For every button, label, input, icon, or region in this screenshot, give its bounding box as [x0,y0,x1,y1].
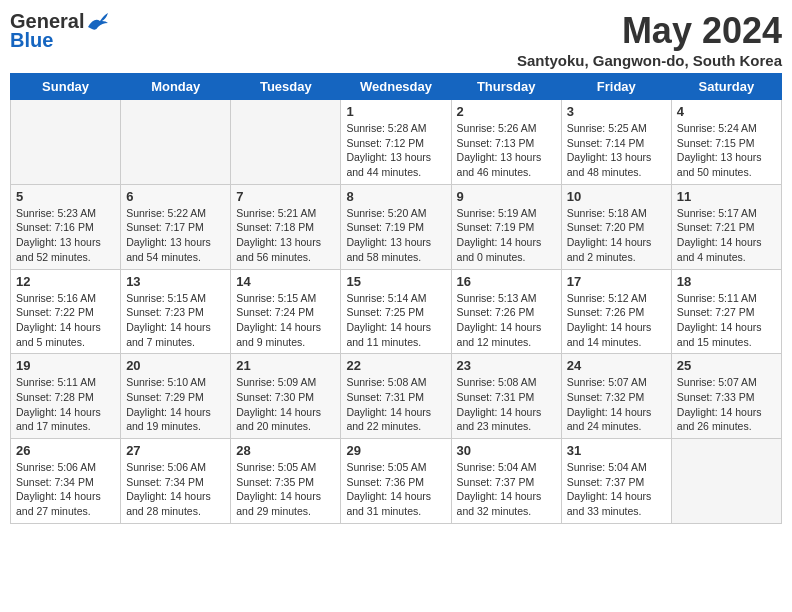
day-number: 5 [16,189,115,204]
sunset-text: Sunset: 7:27 PM [677,306,755,318]
day-number: 29 [346,443,445,458]
day-info: Sunrise: 5:11 AM Sunset: 7:27 PM Dayligh… [677,291,776,350]
daylight-text: Daylight: 13 hours and 50 minutes. [677,151,762,178]
calendar-cell: 2 Sunrise: 5:26 AM Sunset: 7:13 PM Dayli… [451,100,561,185]
sunset-text: Sunset: 7:20 PM [567,221,645,233]
day-info: Sunrise: 5:20 AM Sunset: 7:19 PM Dayligh… [346,206,445,265]
daylight-text: Daylight: 13 hours and 58 minutes. [346,236,431,263]
sunset-text: Sunset: 7:37 PM [457,476,535,488]
sunrise-text: Sunrise: 5:06 AM [16,461,96,473]
daylight-text: Daylight: 14 hours and 22 minutes. [346,406,431,433]
sunrise-text: Sunrise: 5:09 AM [236,376,316,388]
calendar-cell: 3 Sunrise: 5:25 AM Sunset: 7:14 PM Dayli… [561,100,671,185]
day-info: Sunrise: 5:21 AM Sunset: 7:18 PM Dayligh… [236,206,335,265]
day-info: Sunrise: 5:06 AM Sunset: 7:34 PM Dayligh… [126,460,225,519]
sunrise-text: Sunrise: 5:25 AM [567,122,647,134]
calendar-cell: 12 Sunrise: 5:16 AM Sunset: 7:22 PM Dayl… [11,269,121,354]
calendar-header-row: SundayMondayTuesdayWednesdayThursdayFrid… [11,74,782,100]
col-header-monday: Monday [121,74,231,100]
calendar-cell: 17 Sunrise: 5:12 AM Sunset: 7:26 PM Dayl… [561,269,671,354]
daylight-text: Daylight: 14 hours and 29 minutes. [236,490,321,517]
day-number: 11 [677,189,776,204]
col-header-thursday: Thursday [451,74,561,100]
calendar-cell: 15 Sunrise: 5:14 AM Sunset: 7:25 PM Dayl… [341,269,451,354]
col-header-wednesday: Wednesday [341,74,451,100]
sunrise-text: Sunrise: 5:05 AM [236,461,316,473]
sunset-text: Sunset: 7:26 PM [457,306,535,318]
sunset-text: Sunset: 7:26 PM [567,306,645,318]
day-info: Sunrise: 5:05 AM Sunset: 7:36 PM Dayligh… [346,460,445,519]
sunset-text: Sunset: 7:36 PM [346,476,424,488]
day-number: 24 [567,358,666,373]
col-header-sunday: Sunday [11,74,121,100]
calendar-cell: 20 Sunrise: 5:10 AM Sunset: 7:29 PM Dayl… [121,354,231,439]
day-number: 19 [16,358,115,373]
sunrise-text: Sunrise: 5:22 AM [126,207,206,219]
sunset-text: Sunset: 7:28 PM [16,391,94,403]
calendar-cell: 19 Sunrise: 5:11 AM Sunset: 7:28 PM Dayl… [11,354,121,439]
sunrise-text: Sunrise: 5:08 AM [346,376,426,388]
sunset-text: Sunset: 7:16 PM [16,221,94,233]
calendar-week-row: 19 Sunrise: 5:11 AM Sunset: 7:28 PM Dayl… [11,354,782,439]
calendar-cell: 23 Sunrise: 5:08 AM Sunset: 7:31 PM Dayl… [451,354,561,439]
day-info: Sunrise: 5:17 AM Sunset: 7:21 PM Dayligh… [677,206,776,265]
sunrise-text: Sunrise: 5:08 AM [457,376,537,388]
day-info: Sunrise: 5:15 AM Sunset: 7:24 PM Dayligh… [236,291,335,350]
calendar-week-row: 26 Sunrise: 5:06 AM Sunset: 7:34 PM Dayl… [11,439,782,524]
sunrise-text: Sunrise: 5:05 AM [346,461,426,473]
calendar-table: SundayMondayTuesdayWednesdayThursdayFrid… [10,73,782,524]
calendar-cell [121,100,231,185]
day-info: Sunrise: 5:19 AM Sunset: 7:19 PM Dayligh… [457,206,556,265]
day-number: 7 [236,189,335,204]
calendar-cell [11,100,121,185]
calendar-cell: 18 Sunrise: 5:11 AM Sunset: 7:27 PM Dayl… [671,269,781,354]
day-number: 13 [126,274,225,289]
calendar-cell: 24 Sunrise: 5:07 AM Sunset: 7:32 PM Dayl… [561,354,671,439]
daylight-text: Daylight: 13 hours and 52 minutes. [16,236,101,263]
daylight-text: Daylight: 13 hours and 46 minutes. [457,151,542,178]
daylight-text: Daylight: 14 hours and 0 minutes. [457,236,542,263]
month-year-title: May 2024 [517,10,782,52]
location-subtitle: Santyoku, Gangwon-do, South Korea [517,52,782,69]
sunset-text: Sunset: 7:25 PM [346,306,424,318]
calendar-week-row: 5 Sunrise: 5:23 AM Sunset: 7:16 PM Dayli… [11,184,782,269]
sunset-text: Sunset: 7:15 PM [677,137,755,149]
day-number: 17 [567,274,666,289]
sunset-text: Sunset: 7:18 PM [236,221,314,233]
day-number: 26 [16,443,115,458]
day-number: 14 [236,274,335,289]
day-number: 9 [457,189,556,204]
day-info: Sunrise: 5:22 AM Sunset: 7:17 PM Dayligh… [126,206,225,265]
logo-bird-icon [86,13,108,31]
daylight-text: Daylight: 14 hours and 20 minutes. [236,406,321,433]
day-info: Sunrise: 5:14 AM Sunset: 7:25 PM Dayligh… [346,291,445,350]
calendar-cell: 25 Sunrise: 5:07 AM Sunset: 7:33 PM Dayl… [671,354,781,439]
calendar-cell: 14 Sunrise: 5:15 AM Sunset: 7:24 PM Dayl… [231,269,341,354]
page-header: General Blue May 2024 Santyoku, Gangwon-… [10,10,782,69]
sunset-text: Sunset: 7:34 PM [126,476,204,488]
sunrise-text: Sunrise: 5:28 AM [346,122,426,134]
daylight-text: Daylight: 14 hours and 11 minutes. [346,321,431,348]
day-info: Sunrise: 5:07 AM Sunset: 7:33 PM Dayligh… [677,375,776,434]
sunset-text: Sunset: 7:30 PM [236,391,314,403]
daylight-text: Daylight: 14 hours and 19 minutes. [126,406,211,433]
day-number: 16 [457,274,556,289]
sunset-text: Sunset: 7:12 PM [346,137,424,149]
col-header-tuesday: Tuesday [231,74,341,100]
daylight-text: Daylight: 14 hours and 7 minutes. [126,321,211,348]
sunrise-text: Sunrise: 5:10 AM [126,376,206,388]
day-info: Sunrise: 5:12 AM Sunset: 7:26 PM Dayligh… [567,291,666,350]
calendar-cell: 22 Sunrise: 5:08 AM Sunset: 7:31 PM Dayl… [341,354,451,439]
day-info: Sunrise: 5:06 AM Sunset: 7:34 PM Dayligh… [16,460,115,519]
sunrise-text: Sunrise: 5:19 AM [457,207,537,219]
sunset-text: Sunset: 7:31 PM [457,391,535,403]
day-number: 31 [567,443,666,458]
daylight-text: Daylight: 14 hours and 23 minutes. [457,406,542,433]
sunset-text: Sunset: 7:32 PM [567,391,645,403]
calendar-cell: 13 Sunrise: 5:15 AM Sunset: 7:23 PM Dayl… [121,269,231,354]
day-number: 21 [236,358,335,373]
day-info: Sunrise: 5:13 AM Sunset: 7:26 PM Dayligh… [457,291,556,350]
day-number: 1 [346,104,445,119]
daylight-text: Daylight: 14 hours and 14 minutes. [567,321,652,348]
logo-blue-text: Blue [10,29,53,52]
